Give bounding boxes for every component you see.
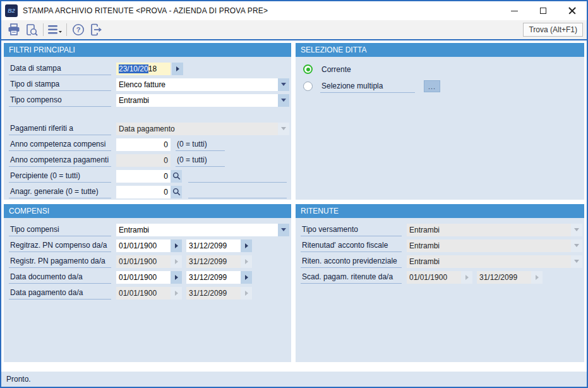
registraz-compenso-to-input[interactable]: 31/12/2099 xyxy=(186,239,241,252)
label-anno-competenza-compensi: Anno competenza compensi xyxy=(9,138,111,151)
label-percipiente: Percipiente (0 = tutti) xyxy=(9,169,111,183)
menu-icon xyxy=(47,24,63,35)
radio-corrente-label: Corrente xyxy=(320,63,352,76)
close-icon xyxy=(568,7,576,15)
dropdown-button[interactable] xyxy=(278,78,289,91)
date-picker-button[interactable] xyxy=(171,271,182,284)
anagr-generale-lookup-button[interactable] xyxy=(171,186,182,198)
date-picker-button xyxy=(171,255,182,268)
print-preview-button[interactable] xyxy=(23,21,40,38)
label-registr-pn-pagamento: Registr. PN pagamento da/a xyxy=(9,255,111,268)
arrow-right-icon xyxy=(536,275,539,280)
tipo-di-stampa-combo[interactable]: Elenco fatture xyxy=(116,78,289,91)
toolbar: ? Trova (Alt+F1) xyxy=(1,20,587,39)
arrow-right-icon xyxy=(245,275,248,280)
anagr-generale-description xyxy=(188,186,287,198)
arrow-right-icon xyxy=(245,259,248,264)
dropdown-button xyxy=(278,123,289,135)
dropdown-button xyxy=(571,239,582,252)
panel-header-selezione-ditta: SELEZIONE DITTA xyxy=(296,43,584,57)
data-pagamento-from-input: 01/01/1900 xyxy=(116,287,171,300)
anno-competenza-pagamenti-input: 0 xyxy=(116,154,171,167)
app-window: B2 STAMPA ARCHIVIO RITENUTE <PROVA - AZI… xyxy=(0,0,588,388)
label-anagr-generale: Anagr. generale (0 = tutte) xyxy=(9,185,111,198)
radio-corrente[interactable] xyxy=(303,64,313,74)
panel-filtri-principali: FILTRI PRINCIPALI Data di stampa 23/10/2… xyxy=(4,43,291,200)
close-button[interactable] xyxy=(558,1,587,20)
label-data-di-stampa: Data di stampa xyxy=(9,62,111,75)
arrow-right-icon xyxy=(176,66,179,71)
maximize-button[interactable] xyxy=(529,1,558,20)
label-ritenuta-acconto-fiscale: Ritenutad' acconto fiscale xyxy=(301,239,402,252)
panel-compensi: COMPENSI Tipo compensi Entrambi Regitraz… xyxy=(4,204,291,362)
percipiente-lookup-button[interactable] xyxy=(171,170,182,183)
date-picker-button[interactable] xyxy=(171,239,182,252)
data-documento-from-input[interactable]: 01/01/1900 xyxy=(116,271,171,284)
scad-ritenute-from-input: 01/01/1900 xyxy=(407,271,461,284)
label-riten-acconto-previdenziale: Riten. acconto previdenziale xyxy=(301,255,402,268)
date-picker-button xyxy=(171,287,182,300)
arrow-right-icon xyxy=(245,243,248,248)
print-button[interactable] xyxy=(5,21,23,38)
status-bar: Pronto. xyxy=(1,372,587,387)
help-button[interactable]: ? xyxy=(69,21,87,38)
riten-acconto-previdenziale-combo: Entrambi xyxy=(407,255,582,268)
chevron-down-icon xyxy=(281,99,286,102)
label-scad-pagam-ritenute: Scad. pagam. ritenute da/a xyxy=(301,270,402,284)
printer-icon xyxy=(7,23,21,36)
tipo-versamento-combo: Entrambi xyxy=(407,224,582,236)
menu-button[interactable] xyxy=(46,21,64,38)
label-tipo-versamento: Tipo versamento xyxy=(301,223,402,236)
data-pagamento-to-input: 31/12/2099 xyxy=(186,287,241,300)
help-icon: ? xyxy=(71,23,85,37)
dropdown-button[interactable] xyxy=(278,94,289,107)
status-text: Pronto. xyxy=(6,375,31,384)
registraz-compenso-from-input[interactable]: 01/01/1900 xyxy=(116,239,171,252)
chevron-down-icon xyxy=(574,260,579,263)
dropdown-button[interactable] xyxy=(278,224,289,236)
chevron-down-icon xyxy=(281,83,286,86)
panel-header-ritenute: RITENUTE xyxy=(296,204,584,218)
anagr-generale-input[interactable]: 0 xyxy=(116,186,171,198)
radio-selezione-multipla[interactable] xyxy=(303,82,313,91)
toolbar-separator xyxy=(66,23,67,36)
minimize-icon xyxy=(511,11,518,11)
tipo-compensi-combo[interactable]: Entrambi xyxy=(116,224,289,236)
title-bar: B2 STAMPA ARCHIVIO RITENUTE <PROVA - AZI… xyxy=(1,1,587,20)
app-icon: B2 xyxy=(5,4,18,17)
data-di-stampa-picker-button[interactable] xyxy=(172,63,183,75)
radio-row-selezione-multipla[interactable]: Selezione multipla ... xyxy=(301,78,582,95)
percipiente-input[interactable]: 0 xyxy=(116,170,171,183)
label-tipo-compensi: Tipo compensi xyxy=(9,223,111,236)
date-picker-button xyxy=(241,255,252,268)
radio-row-corrente[interactable]: Corrente xyxy=(301,61,582,78)
data-documento-to-input[interactable]: 31/12/2099 xyxy=(186,271,241,284)
registr-pagamento-to-input: 31/12/2099 xyxy=(186,255,241,268)
date-picker-button xyxy=(531,271,543,284)
tipo-compenso-combo[interactable]: Entrambi xyxy=(116,94,289,107)
arrow-right-icon xyxy=(175,259,178,264)
dropdown-button xyxy=(571,255,582,268)
selezione-multipla-browse-button[interactable]: ... xyxy=(424,80,440,92)
label-registraz-pn-compenso: Regitraz. PN compenso da/a xyxy=(9,239,111,252)
anno-competenza-compensi-input[interactable]: 0 xyxy=(116,138,171,151)
percipiente-description xyxy=(188,170,287,183)
panel-selezione-ditta: SELEZIONE DITTA Corrente Selezione multi… xyxy=(296,43,584,200)
arrow-right-icon xyxy=(245,291,248,296)
date-picker-button[interactable] xyxy=(241,271,252,284)
pagamenti-riferiti-a-combo: Data pagamento xyxy=(116,123,289,135)
date-picker-button xyxy=(461,271,472,284)
panel-ritenute: RITENUTE Tipo versamento Entrambi Ritenu… xyxy=(296,204,584,362)
exit-icon xyxy=(89,23,103,37)
exit-button[interactable] xyxy=(87,21,105,38)
minimize-button[interactable] xyxy=(500,1,529,20)
hint-anno-pagamenti: (0 = tutti) xyxy=(176,154,225,167)
arrow-right-icon xyxy=(175,275,178,280)
find-shortcut[interactable]: Trova (Alt+F1) xyxy=(523,23,583,37)
scad-ritenute-to-input: 31/12/2099 xyxy=(477,271,531,284)
label-pagamenti-riferiti-a: Pagamenti riferiti a xyxy=(9,122,111,135)
chevron-down-icon xyxy=(574,244,579,247)
data-di-stampa-input[interactable]: 23/10/2018 xyxy=(116,63,171,75)
label-data-documento: Data documento da/a xyxy=(9,270,111,284)
date-picker-button[interactable] xyxy=(241,239,252,252)
